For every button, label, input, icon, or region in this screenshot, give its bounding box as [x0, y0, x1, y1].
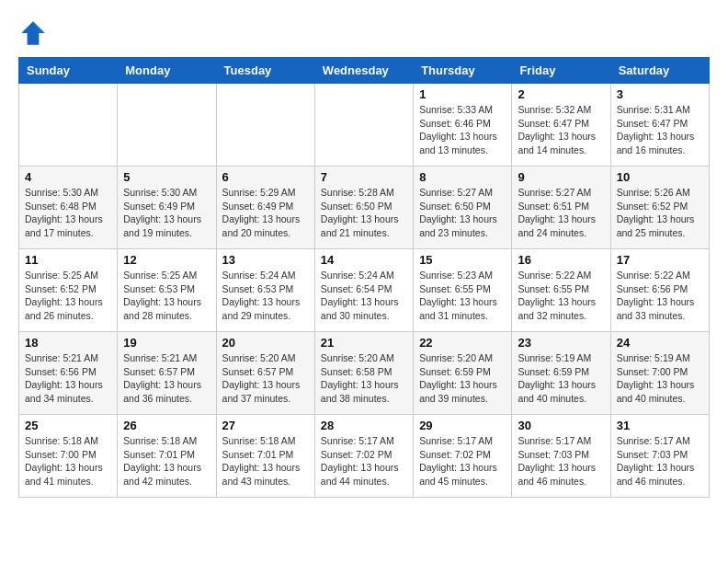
day-number: 5: [123, 170, 210, 184]
day-info: Sunrise: 5:18 AM Sunset: 7:00 PM Dayligh…: [25, 434, 111, 488]
day-info: Sunrise: 5:23 AM Sunset: 6:55 PM Dayligh…: [419, 269, 506, 323]
day-info: Sunrise: 5:17 AM Sunset: 7:02 PM Dayligh…: [419, 434, 506, 488]
logo: [18, 18, 51, 48]
calendar-cell: [216, 84, 314, 167]
calendar-cell: 1Sunrise: 5:33 AM Sunset: 6:46 PM Daylig…: [414, 84, 512, 167]
calendar-cell: 5Sunrise: 5:30 AM Sunset: 6:49 PM Daylig…: [118, 167, 216, 249]
weekday-header-thursday: Thursday: [414, 58, 512, 84]
calendar-cell: 22Sunrise: 5:20 AM Sunset: 6:59 PM Dayli…: [414, 332, 512, 415]
day-number: 8: [419, 170, 506, 184]
day-number: 4: [25, 170, 111, 184]
day-number: 21: [321, 336, 407, 350]
day-info: Sunrise: 5:30 AM Sunset: 6:49 PM Dayligh…: [123, 186, 210, 240]
day-info: Sunrise: 5:22 AM Sunset: 6:55 PM Dayligh…: [518, 269, 604, 323]
day-number: 20: [222, 336, 309, 350]
calendar-cell: 15Sunrise: 5:23 AM Sunset: 6:55 PM Dayli…: [414, 249, 512, 332]
calendar-cell: 10Sunrise: 5:26 AM Sunset: 6:52 PM Dayli…: [610, 167, 709, 249]
calendar-cell: 21Sunrise: 5:20 AM Sunset: 6:58 PM Dayli…: [314, 332, 413, 415]
calendar-cell: 9Sunrise: 5:27 AM Sunset: 6:51 PM Daylig…: [512, 167, 610, 249]
day-info: Sunrise: 5:29 AM Sunset: 6:49 PM Dayligh…: [222, 186, 309, 240]
day-number: 25: [25, 419, 111, 432]
calendar-cell: 30Sunrise: 5:17 AM Sunset: 7:03 PM Dayli…: [512, 415, 610, 498]
calendar-cell: 28Sunrise: 5:17 AM Sunset: 7:02 PM Dayli…: [314, 415, 413, 498]
calendar-cell: 29Sunrise: 5:17 AM Sunset: 7:02 PM Dayli…: [414, 415, 512, 498]
day-number: 24: [617, 336, 703, 350]
weekday-header-friday: Friday: [512, 58, 610, 84]
day-info: Sunrise: 5:22 AM Sunset: 6:56 PM Dayligh…: [617, 269, 703, 323]
calendar-cell: 6Sunrise: 5:29 AM Sunset: 6:49 PM Daylig…: [216, 167, 314, 249]
day-info: Sunrise: 5:27 AM Sunset: 6:51 PM Dayligh…: [518, 186, 604, 240]
day-number: 26: [123, 419, 210, 432]
day-number: 10: [617, 170, 703, 184]
page-header: [18, 18, 710, 48]
day-number: 23: [518, 336, 604, 350]
day-info: Sunrise: 5:27 AM Sunset: 6:50 PM Dayligh…: [419, 186, 506, 240]
calendar-cell: 14Sunrise: 5:24 AM Sunset: 6:54 PM Dayli…: [314, 249, 413, 332]
day-info: Sunrise: 5:19 AM Sunset: 7:00 PM Dayligh…: [617, 351, 703, 406]
weekday-header-tuesday: Tuesday: [216, 58, 314, 84]
calendar-week-4: 18Sunrise: 5:21 AM Sunset: 6:56 PM Dayli…: [19, 332, 710, 415]
day-number: 29: [419, 419, 506, 432]
day-info: Sunrise: 5:32 AM Sunset: 6:47 PM Dayligh…: [518, 103, 604, 157]
day-info: Sunrise: 5:17 AM Sunset: 7:03 PM Dayligh…: [518, 434, 604, 488]
logo-icon: [18, 18, 48, 48]
day-number: 19: [123, 336, 210, 350]
day-info: Sunrise: 5:18 AM Sunset: 7:01 PM Dayligh…: [123, 434, 210, 488]
calendar-week-1: 1Sunrise: 5:33 AM Sunset: 6:46 PM Daylig…: [19, 84, 710, 167]
weekday-header-monday: Monday: [118, 58, 216, 84]
day-number: 3: [617, 87, 703, 101]
day-info: Sunrise: 5:25 AM Sunset: 6:53 PM Dayligh…: [123, 269, 210, 323]
calendar-cell: 31Sunrise: 5:17 AM Sunset: 7:03 PM Dayli…: [610, 415, 709, 498]
day-number: 18: [25, 336, 111, 350]
day-number: 2: [518, 87, 604, 101]
calendar-cell: 11Sunrise: 5:25 AM Sunset: 6:52 PM Dayli…: [19, 249, 118, 332]
day-info: Sunrise: 5:33 AM Sunset: 6:46 PM Dayligh…: [419, 103, 506, 157]
calendar-cell: 17Sunrise: 5:22 AM Sunset: 6:56 PM Dayli…: [610, 249, 709, 332]
weekday-header-sunday: Sunday: [19, 58, 118, 84]
day-number: 27: [222, 419, 309, 432]
day-info: Sunrise: 5:17 AM Sunset: 7:02 PM Dayligh…: [321, 434, 407, 488]
day-info: Sunrise: 5:17 AM Sunset: 7:03 PM Dayligh…: [617, 434, 703, 488]
calendar-cell: 26Sunrise: 5:18 AM Sunset: 7:01 PM Dayli…: [118, 415, 216, 498]
day-info: Sunrise: 5:31 AM Sunset: 6:47 PM Dayligh…: [617, 103, 703, 157]
day-number: 1: [419, 87, 506, 101]
day-info: Sunrise: 5:20 AM Sunset: 6:58 PM Dayligh…: [321, 351, 407, 406]
calendar-cell: [118, 84, 216, 167]
calendar-cell: [314, 84, 413, 167]
calendar-cell: 19Sunrise: 5:21 AM Sunset: 6:57 PM Dayli…: [118, 332, 216, 415]
day-number: 12: [123, 253, 210, 267]
calendar-cell: 23Sunrise: 5:19 AM Sunset: 6:59 PM Dayli…: [512, 332, 610, 415]
calendar-table: SundayMondayTuesdayWednesdayThursdayFrid…: [18, 57, 710, 498]
calendar-week-5: 25Sunrise: 5:18 AM Sunset: 7:00 PM Dayli…: [19, 415, 710, 498]
day-info: Sunrise: 5:20 AM Sunset: 6:59 PM Dayligh…: [419, 351, 506, 406]
day-info: Sunrise: 5:25 AM Sunset: 6:52 PM Dayligh…: [25, 269, 111, 323]
day-number: 28: [321, 419, 407, 432]
calendar-cell: 4Sunrise: 5:30 AM Sunset: 6:48 PM Daylig…: [19, 167, 118, 249]
calendar-cell: 13Sunrise: 5:24 AM Sunset: 6:53 PM Dayli…: [216, 249, 314, 332]
day-number: 31: [617, 419, 703, 432]
calendar-cell: 16Sunrise: 5:22 AM Sunset: 6:55 PM Dayli…: [512, 249, 610, 332]
calendar-cell: 2Sunrise: 5:32 AM Sunset: 6:47 PM Daylig…: [512, 84, 610, 167]
day-info: Sunrise: 5:24 AM Sunset: 6:53 PM Dayligh…: [222, 269, 309, 323]
day-number: 9: [518, 170, 604, 184]
day-info: Sunrise: 5:20 AM Sunset: 6:57 PM Dayligh…: [222, 351, 309, 406]
day-number: 14: [321, 253, 407, 267]
day-number: 17: [617, 253, 703, 267]
day-info: Sunrise: 5:28 AM Sunset: 6:50 PM Dayligh…: [321, 186, 407, 240]
day-number: 11: [25, 253, 111, 267]
weekday-header-row: SundayMondayTuesdayWednesdayThursdayFrid…: [19, 58, 710, 84]
calendar-cell: 18Sunrise: 5:21 AM Sunset: 6:56 PM Dayli…: [19, 332, 118, 415]
day-info: Sunrise: 5:18 AM Sunset: 7:01 PM Dayligh…: [222, 434, 309, 488]
calendar-cell: 12Sunrise: 5:25 AM Sunset: 6:53 PM Dayli…: [118, 249, 216, 332]
calendar-cell: 27Sunrise: 5:18 AM Sunset: 7:01 PM Dayli…: [216, 415, 314, 498]
day-number: 13: [222, 253, 309, 267]
day-number: 6: [222, 170, 309, 184]
calendar-cell: 24Sunrise: 5:19 AM Sunset: 7:00 PM Dayli…: [610, 332, 709, 415]
day-info: Sunrise: 5:21 AM Sunset: 6:56 PM Dayligh…: [25, 351, 111, 406]
day-info: Sunrise: 5:21 AM Sunset: 6:57 PM Dayligh…: [123, 351, 210, 406]
day-number: 16: [518, 253, 604, 267]
day-number: 7: [321, 170, 407, 184]
day-number: 22: [419, 336, 506, 350]
day-info: Sunrise: 5:24 AM Sunset: 6:54 PM Dayligh…: [321, 269, 407, 323]
calendar-cell: 25Sunrise: 5:18 AM Sunset: 7:00 PM Dayli…: [19, 415, 118, 498]
